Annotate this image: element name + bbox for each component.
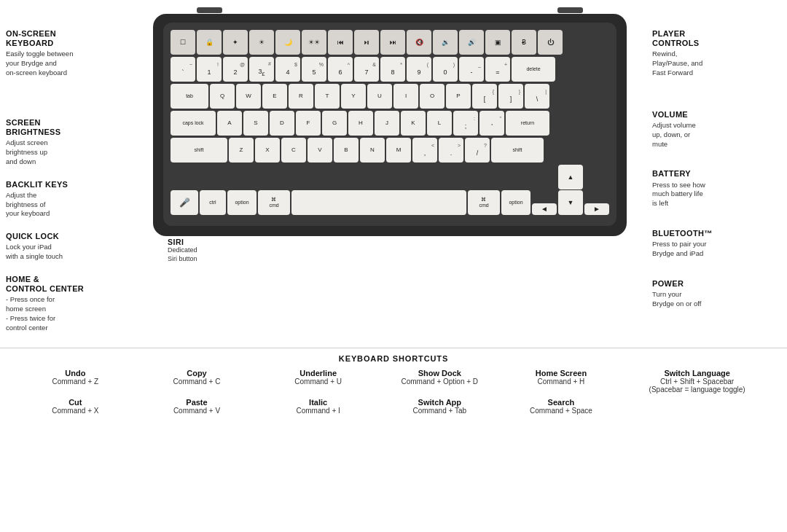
key-minus[interactable]: _- — [459, 57, 484, 82]
asdf-row: caps lock A S D F G H J K L :; "' return — [171, 111, 609, 136]
key-t[interactable]: T — [315, 84, 340, 109]
shortcut-search-name: Search — [517, 398, 605, 407]
key-o[interactable]: O — [420, 84, 445, 109]
key-d[interactable]: D — [270, 111, 294, 136]
key-n[interactable]: N — [360, 138, 385, 163]
shortcuts-row-2: Cut Command + X Paste Command + V Italic… — [15, 398, 772, 415]
shortcut-switch-lang-name: Switch Language — [639, 369, 756, 378]
shortcut-paste: Paste Command + V — [153, 398, 240, 415]
key-a[interactable]: A — [217, 111, 242, 136]
key-bracket-right[interactable]: }] — [498, 84, 523, 109]
key-8[interactable]: *8 — [380, 57, 405, 82]
key-period[interactable]: >. — [439, 138, 463, 163]
label-player-controls: PLAYERCONTROLS Rewind,Play/Pause, andFas… — [652, 29, 781, 78]
key-9[interactable]: (9 — [407, 57, 431, 82]
key-fast-forward[interactable]: ⏭ — [380, 30, 405, 55]
key-v[interactable]: V — [308, 138, 332, 163]
label-title-volume: VOLUME — [652, 110, 781, 120]
label-desc-brightness: Adjust screenbrightness upand down — [6, 138, 128, 166]
key-space[interactable] — [291, 190, 466, 215]
key-0[interactable]: )0 — [433, 57, 458, 82]
key-bluetooth[interactable]: Ƀ — [512, 30, 536, 55]
shortcut-italic-name: Italic — [275, 398, 362, 407]
key-g[interactable]: G — [322, 111, 347, 136]
key-vol-down[interactable]: 🔉 — [433, 30, 458, 55]
key-siri-mic[interactable]: 🎤 — [171, 190, 198, 215]
key-return[interactable]: return — [506, 111, 549, 136]
key-k[interactable]: K — [401, 111, 426, 136]
key-ctrl[interactable]: ctrl — [200, 190, 226, 215]
key-backlit-up[interactable]: ☀☀ — [302, 30, 326, 55]
key-m[interactable]: M — [386, 138, 411, 163]
key-rewind[interactable]: ⏮ — [328, 30, 353, 55]
zxcv-row: shift Z X C V B N M <, >. ?/ shift — [171, 138, 609, 163]
key-x[interactable]: X — [255, 138, 280, 163]
key-arrow-down[interactable]: ▼ — [558, 190, 583, 215]
key-r[interactable]: R — [289, 84, 313, 109]
key-3[interactable]: #3£ — [249, 57, 274, 82]
key-c[interactable]: C — [281, 138, 306, 163]
key-l[interactable]: L — [427, 111, 452, 136]
key-i[interactable]: I — [394, 84, 418, 109]
shortcut-switch-app-keys: Command + Tab — [396, 407, 483, 415]
key-p[interactable]: P — [446, 84, 471, 109]
key-tilde[interactable]: ~` — [171, 57, 195, 82]
key-fn-screen[interactable]: ☐ — [171, 30, 195, 55]
key-arrow-up[interactable]: ▲ — [558, 165, 583, 189]
key-equal[interactable]: += — [485, 57, 510, 82]
key-u[interactable]: U — [367, 84, 392, 109]
key-w[interactable]: W — [236, 84, 261, 109]
key-2[interactable]: @2 — [223, 57, 248, 82]
shortcuts-row-1: Undo Command + Z Copy Command + C Underl… — [15, 369, 772, 394]
key-shift-right[interactable]: shift — [491, 138, 544, 163]
shortcut-switch-app-name: Switch App — [396, 398, 483, 407]
key-7[interactable]: &7 — [354, 57, 379, 82]
key-brightness-up[interactable]: ☀ — [249, 30, 274, 55]
shortcut-italic-keys: Command + I — [275, 407, 362, 415]
key-vol-up[interactable]: 🔊 — [459, 30, 484, 55]
key-backlit-off[interactable]: 🌙 — [275, 30, 300, 55]
key-lock[interactable]: 🔒 — [197, 30, 222, 55]
key-shift-left[interactable]: shift — [171, 138, 227, 163]
key-h[interactable]: H — [348, 111, 373, 136]
key-z[interactable]: Z — [229, 138, 254, 163]
key-5[interactable]: %5 — [302, 57, 326, 82]
key-arrow-right[interactable]: ► — [584, 203, 609, 215]
key-slash[interactable]: ?/ — [465, 138, 490, 163]
key-caps-lock[interactable]: caps lock — [171, 111, 216, 136]
label-title-brightness: SCREENBRIGHTNESS — [6, 118, 128, 137]
key-cmd-right[interactable]: ⌘cmd — [468, 190, 500, 215]
key-q[interactable]: Q — [210, 84, 235, 109]
key-6[interactable]: ^6 — [328, 57, 353, 82]
key-1[interactable]: !1 — [197, 57, 222, 82]
key-arrow-left[interactable]: ◄ — [532, 203, 557, 215]
key-delete[interactable]: delete — [512, 57, 555, 82]
label-desc-on-screen: Easily toggle betweenyour Brydge andon-s… — [6, 50, 128, 77]
key-y[interactable]: Y — [341, 84, 366, 109]
key-comma[interactable]: <, — [412, 138, 437, 163]
key-s[interactable]: S — [243, 111, 268, 136]
key-play-pause[interactable]: ⏯ — [354, 30, 379, 55]
number-row: ~` !1 @2 #3£ $4 %5 ^6 &7 *8 (9 )0 _- += … — [171, 57, 609, 82]
key-f[interactable]: F — [296, 111, 321, 136]
key-j[interactable]: J — [375, 111, 399, 136]
key-mute[interactable]: 🔇 — [407, 30, 431, 55]
shortcut-cut-name: Cut — [31, 398, 119, 407]
key-option-right[interactable]: option — [501, 190, 530, 215]
key-b[interactable]: B — [334, 138, 359, 163]
label-desc-backlit: Adjust thebrightness ofyour keyboard — [6, 191, 128, 219]
key-brightness-down[interactable]: ✦ — [223, 30, 248, 55]
key-option-left[interactable]: option — [227, 190, 257, 215]
shortcut-home-screen-name: Home Screen — [517, 369, 605, 378]
key-power[interactable]: ⏻ — [538, 30, 563, 55]
key-quote[interactable]: "' — [479, 111, 504, 136]
key-tab[interactable]: tab — [171, 84, 208, 109]
key-4[interactable]: $4 — [275, 57, 300, 82]
key-bracket-left[interactable]: {[ — [472, 84, 497, 109]
key-battery[interactable]: ▣ — [485, 30, 510, 55]
key-cmd-left[interactable]: ⌘cmd — [258, 190, 290, 215]
key-semicolon[interactable]: :; — [453, 111, 478, 136]
key-backslash[interactable]: |\ — [525, 84, 549, 109]
shortcut-switch-app: Switch App Command + Tab — [396, 398, 483, 415]
key-e[interactable]: E — [262, 84, 287, 109]
